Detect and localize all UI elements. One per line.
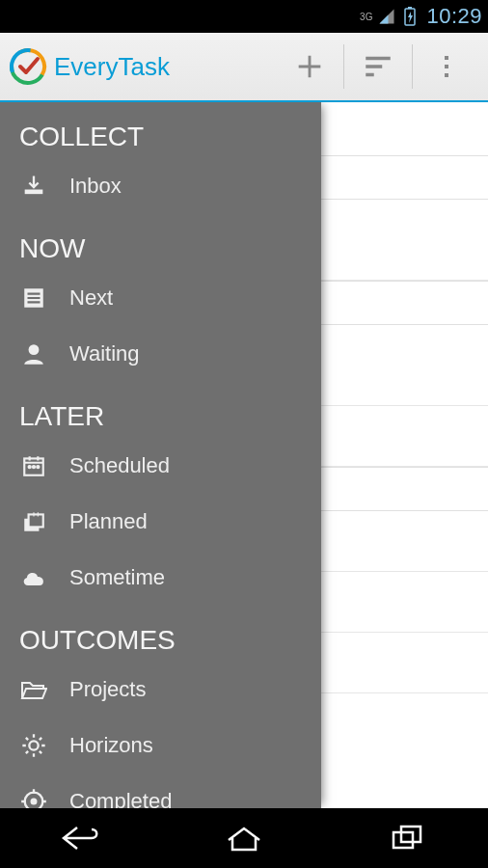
svg-rect-15 (29, 514, 43, 527)
sidebar-item-completed[interactable]: Completed (0, 773, 321, 808)
sidebar-item-label: Completed (69, 789, 172, 808)
svg-point-11 (29, 466, 31, 468)
svg-rect-5 (445, 56, 448, 60)
sidebar-item-horizons[interactable]: Horizons (0, 718, 321, 773)
inbox-icon (19, 172, 48, 201)
stack-icon (19, 507, 48, 536)
svg-point-9 (29, 344, 40, 355)
person-icon (19, 339, 48, 368)
network-label: 3G (360, 12, 372, 22)
sidebar-item-label: Waiting (69, 341, 140, 366)
target-icon (19, 787, 48, 808)
back-button[interactable] (42, 819, 120, 857)
svg-rect-19 (393, 832, 413, 848)
navigation-drawer[interactable]: COLLECT Inbox NOW Next Waiting LATER Sc (0, 102, 321, 808)
home-button[interactable] (205, 819, 283, 857)
sidebar-item-label: Sometime (69, 565, 165, 590)
add-button[interactable] (276, 33, 343, 100)
drawer-section-later: LATER (0, 382, 321, 438)
svg-point-18 (32, 800, 37, 804)
sidebar-item-waiting[interactable]: Waiting (0, 326, 321, 382)
workspace: Overdue Complete th @Office Today Buy th… (0, 102, 488, 808)
svg-point-4 (8, 46, 48, 87)
drawer-section-outcomes: OUTCOMES (0, 606, 321, 662)
svg-rect-20 (401, 827, 420, 842)
app-title: EveryTask (54, 52, 170, 82)
battery-charging-icon (403, 7, 417, 26)
svg-rect-6 (445, 65, 448, 68)
sidebar-item-label: Projects (69, 677, 146, 702)
sort-button[interactable] (344, 33, 412, 100)
sidebar-item-label: Inbox (69, 174, 122, 199)
sidebar-item-projects[interactable]: Projects (0, 662, 321, 718)
svg-rect-7 (445, 73, 448, 77)
status-bar: 3G 10:29 (0, 0, 488, 33)
list-icon (19, 284, 48, 312)
sidebar-item-next[interactable]: Next (0, 270, 321, 326)
sidebar-item-label: Scheduled (69, 453, 170, 478)
cloud-icon (19, 563, 48, 592)
svg-point-13 (37, 466, 39, 468)
drawer-section-now: NOW (0, 214, 321, 270)
sidebar-item-label: Horizons (69, 733, 153, 758)
clock: 10:29 (426, 4, 482, 29)
action-bar: EveryTask (0, 33, 488, 102)
sidebar-item-label: Next (69, 285, 113, 311)
sidebar-item-planned[interactable]: Planned (0, 494, 321, 550)
svg-point-2 (8, 46, 48, 87)
sidebar-item-scheduled[interactable]: Scheduled (0, 438, 321, 494)
overflow-menu-button[interactable] (413, 33, 480, 100)
sun-icon (19, 731, 48, 760)
sidebar-item-inbox[interactable]: Inbox (0, 158, 321, 214)
calendar-icon (19, 451, 48, 480)
svg-rect-1 (408, 7, 412, 9)
svg-point-16 (29, 741, 38, 749)
drawer-section-collect: COLLECT (0, 102, 321, 158)
sidebar-item-sometime[interactable]: Sometime (0, 550, 321, 606)
app-logo-icon (8, 46, 48, 87)
sidebar-item-label: Planned (69, 509, 148, 534)
signal-icon (378, 8, 395, 25)
svg-point-12 (33, 466, 35, 468)
app-brand[interactable]: EveryTask (8, 46, 276, 87)
folder-icon (19, 675, 48, 704)
recents-button[interactable] (368, 819, 446, 857)
svg-point-3 (8, 46, 48, 87)
system-nav-bar (0, 808, 488, 868)
